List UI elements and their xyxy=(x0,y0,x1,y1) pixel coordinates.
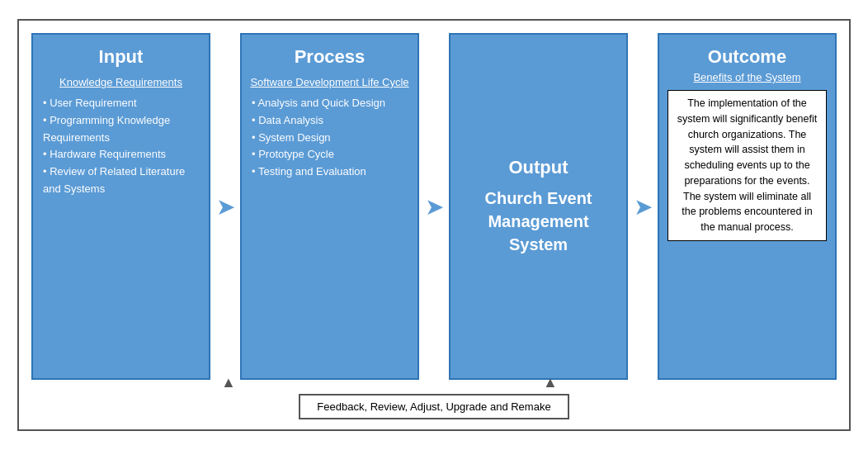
feedback-arrows: ▲ ▲ xyxy=(31,374,837,392)
input-item-3: Hardware Requirements xyxy=(41,146,200,163)
feedback-row: ▲ ▲ Feedback, Review, Adjust, Upgrade an… xyxy=(31,374,837,419)
process-list: Analysis and Quick Design Data Analysis … xyxy=(250,95,409,181)
arrow-3-icon: ➤ xyxy=(634,193,653,220)
arrow-1-wrapper: ➤ xyxy=(210,33,240,380)
up-arrow-right-icon: ▲ xyxy=(543,374,558,391)
process-item-4: Prototype Cycle xyxy=(250,146,409,163)
feedback-box: Feedback, Review, Adjust, Upgrade and Re… xyxy=(299,394,568,419)
output-label: Output xyxy=(508,157,568,178)
output-column: Output Church Event Management System xyxy=(449,33,628,380)
process-subtitle: Software Development Life Cycle xyxy=(250,76,409,88)
output-system-name: Church Event Management System xyxy=(459,187,618,256)
process-column: Process Software Development Life Cycle … xyxy=(240,33,419,380)
input-subtitle: Knowledge Requirements xyxy=(41,76,200,88)
process-item-2: Data Analysis xyxy=(250,112,409,130)
input-title: Input xyxy=(41,46,200,68)
input-item-2: Programming Knowledge Requirements xyxy=(41,112,200,147)
outcome-subtitle: Benefits of the System xyxy=(668,71,827,83)
input-item-4: Review of Related Literature and Systems xyxy=(41,163,200,198)
feedback-label: Feedback, Review, Adjust, Upgrade and Re… xyxy=(317,400,550,413)
input-item-1: User Requirement xyxy=(41,95,200,112)
outcome-title: Outcome xyxy=(668,46,827,68)
outcome-column: Outcome Benefits of the System The imple… xyxy=(658,33,837,380)
arrow-3-wrapper: ➤ xyxy=(628,33,658,380)
process-title: Process xyxy=(250,46,409,68)
input-column: Input Knowledge Requirements User Requir… xyxy=(31,33,210,380)
outcome-description: The implementation of the system will si… xyxy=(668,90,827,241)
up-arrow-left-icon: ▲ xyxy=(221,374,236,391)
process-item-5: Testing and Evaluation xyxy=(250,163,409,181)
input-list: User Requirement Programming Knowledge R… xyxy=(41,95,200,198)
arrow-2-icon: ➤ xyxy=(425,193,444,220)
process-item-3: System Design xyxy=(250,130,409,147)
arrow-1-icon: ➤ xyxy=(216,193,235,220)
columns-row: Input Knowledge Requirements User Requir… xyxy=(31,33,837,380)
arrow-2-wrapper: ➤ xyxy=(419,33,449,380)
diagram-wrapper: Input Knowledge Requirements User Requir… xyxy=(17,19,851,431)
process-item-1: Analysis and Quick Design xyxy=(250,95,409,112)
